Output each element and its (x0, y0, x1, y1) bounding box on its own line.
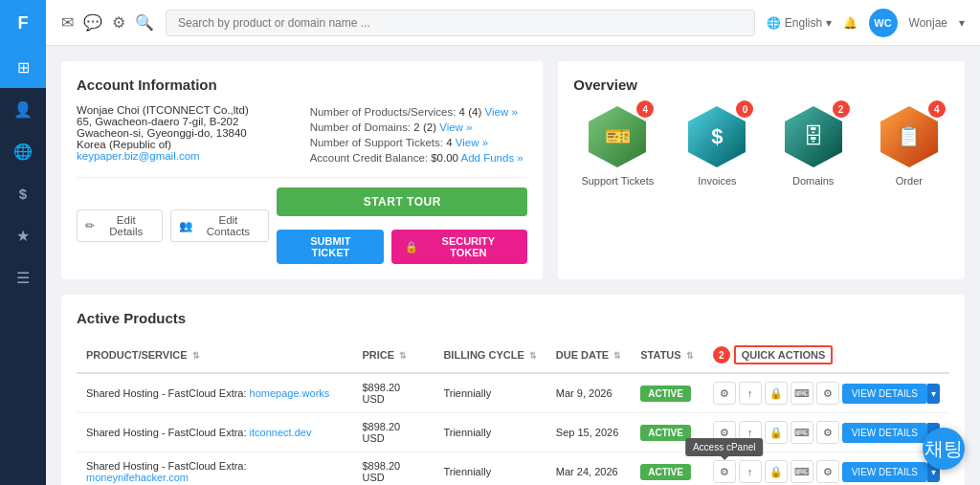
overview-item-support[interactable]: 🎫 4 Support Tickets (581, 104, 654, 187)
user-icon: 👤 (13, 100, 33, 119)
products-view-link[interactable]: View » (484, 106, 517, 118)
sidebar-item-user[interactable]: 👤 (0, 88, 46, 130)
account-email-link[interactable]: keypaper.biz@gmail.com (77, 150, 200, 162)
account-details: Number of Products/Services: 4 (4) View … (310, 104, 528, 165)
chat-icon[interactable]: 💬 (83, 13, 102, 32)
cpanel-btn-2[interactable]: ⚙ (713, 421, 736, 444)
account-info-title: Account Information (77, 77, 527, 93)
status-badge-3: ACTIVE (640, 464, 691, 480)
qa-cell-2: ⚙ ↑ 🔒 ⌨ ⚙ VIEW DETAILS ▾ (703, 413, 949, 452)
edit-details-button[interactable]: ✏ Edit Details (77, 209, 163, 242)
terminal-btn-1[interactable]: ⌨ (791, 382, 813, 405)
product-cell-1: Shared Hosting - FastCloud Extra: homepa… (77, 373, 352, 413)
user-chevron[interactable]: ▾ (959, 16, 965, 30)
more-btn-2[interactable]: ⚙ (816, 421, 839, 444)
overview-item-invoices[interactable]: $ 0 Invoices (684, 104, 749, 187)
cpanel-btn-1[interactable]: ⚙ (713, 382, 736, 405)
lock-btn-1[interactable]: 🔒 (765, 382, 788, 405)
edit-contacts-button[interactable]: 👥 Edit Contacts (170, 209, 270, 242)
view-details-wrapper-1: VIEW DETAILS ▾ (842, 384, 940, 404)
terminal-btn-2[interactable]: ⌨ (791, 421, 813, 444)
sort-status-icon[interactable]: ⇅ (686, 351, 694, 361)
domains-view-link[interactable]: View » (439, 121, 472, 133)
overview-panel: Overview 🎫 (558, 61, 965, 279)
pencil-icon: ✏ (85, 219, 95, 232)
upload-btn-1[interactable]: ↑ (739, 382, 762, 405)
sidebar-item-home[interactable]: ⊞ (0, 46, 46, 88)
terminal-btn-3[interactable]: ⌨ (791, 460, 813, 483)
tickets-view-link[interactable]: View » (456, 137, 488, 148)
billing-cell-1: Triennially (434, 373, 546, 413)
quick-actions-1: ⚙ ↑ 🔒 ⌨ ⚙ (713, 382, 839, 405)
topbar-right: 🌐 English ▾ 🔔 WC Wonjae ▾ (767, 9, 965, 37)
topbar: ✉ 💬 ⚙ 🔍 🌐 English ▾ 🔔 WC Wonjae ▾ (46, 0, 980, 46)
sidebar: F ⊞ 👤 🌐 $ ★ ☰ (0, 0, 46, 485)
edit-buttons: ✏ Edit Details 👥 Edit Contacts (77, 209, 269, 242)
settings-icon[interactable]: ⚙ (112, 13, 125, 32)
cpanel-btn-3[interactable]: ⚙ (713, 460, 736, 483)
shield-icon: 🔒 (405, 241, 418, 254)
search-input[interactable] (166, 10, 755, 36)
sort-billing-icon[interactable]: ⇅ (529, 351, 537, 361)
domains-label: Domains (792, 175, 834, 187)
duedate-cell-3: Mar 24, 2026 (546, 452, 631, 486)
view-details-wrapper-3: VIEW DETAILS ▾ (842, 462, 940, 482)
overview-item-domains[interactable]: 🗄 2 Domains (781, 104, 846, 187)
invoices-label: Invoices (698, 175, 736, 187)
price-cell-3: $898.20 USD (352, 452, 434, 486)
domains-icon-wrapper: 🗄 2 (781, 104, 846, 169)
status-badge-1: ACTIVE (640, 386, 691, 402)
add-funds-link[interactable]: Add Funds » (461, 152, 523, 164)
active-products-title: Active Products (77, 310, 949, 326)
sort-product-icon[interactable]: ⇅ (192, 351, 200, 361)
sidebar-item-dollar[interactable]: $ (0, 172, 46, 214)
chat-button-label: 채팅 (924, 436, 963, 462)
tickets-row: Number of Support Tickets: 4 View » (310, 135, 528, 150)
security-token-button[interactable]: 🔒 SECURITY TOKEN (391, 230, 527, 264)
avatar[interactable]: WC (869, 9, 898, 37)
qa-cell-3: ⚙ Access cPanel ↑ 🔒 ⌨ ⚙ VIEW DETAILS (703, 452, 949, 486)
home-icon: ⊞ (17, 58, 30, 77)
lock-btn-2[interactable]: 🔒 (765, 421, 788, 444)
language-selector[interactable]: 🌐 English ▾ (767, 16, 831, 30)
sort-duedate-icon[interactable]: ⇅ (613, 351, 621, 361)
domain-link-1[interactable]: homepage.works (250, 387, 330, 399)
col-duedate: DUE DATE ⇅ (546, 338, 631, 373)
start-tour-button[interactable]: START TOUR (277, 187, 527, 216)
notification-icon[interactable]: 🔔 (843, 16, 858, 30)
price-cell-1: $898.20 USD (352, 373, 434, 413)
qa-cell-1: ⚙ ↑ 🔒 ⌨ ⚙ VIEW DETAILS ▾ (703, 373, 949, 413)
qa-badge: 2 (713, 346, 730, 364)
username-label[interactable]: Wonjae (909, 16, 947, 30)
price-cell-2: $898.20 USD (352, 413, 434, 452)
col-status: STATUS ⇅ (631, 338, 702, 373)
sidebar-logo[interactable]: F (0, 0, 46, 46)
lock-btn-3[interactable]: 🔒 (765, 460, 788, 483)
view-details-btn-3[interactable]: VIEW DETAILS (842, 462, 927, 482)
sidebar-item-list[interactable]: ☰ (0, 256, 46, 298)
chat-button[interactable]: 채팅 (923, 428, 965, 470)
search-icon[interactable]: 🔍 (135, 13, 154, 32)
more-btn-1[interactable]: ⚙ (816, 382, 839, 405)
submit-ticket-button[interactable]: SUBMIT TICKET (277, 230, 384, 264)
star-icon: ★ (16, 227, 30, 245)
sidebar-item-star[interactable]: ★ (0, 214, 46, 256)
order-icon-wrapper: 📋 4 (877, 104, 942, 169)
status-cell-1: ACTIVE (631, 373, 702, 413)
domain-link-3[interactable]: moneynifehacker.com (86, 472, 189, 483)
table-header-row: PRODUCT/SERVICE ⇅ PRICE ⇅ BILLING CYCLE … (77, 338, 949, 373)
mail-icon[interactable]: ✉ (61, 13, 74, 32)
view-details-btn-1[interactable]: VIEW DETAILS (842, 384, 927, 404)
overview-item-order[interactable]: 📋 4 Order (877, 104, 942, 187)
sort-price-icon[interactable]: ⇅ (399, 351, 407, 361)
more-btn-3[interactable]: ⚙ (816, 460, 839, 483)
order-label: Order (896, 175, 923, 187)
sidebar-item-globe[interactable]: 🌐 (0, 130, 46, 172)
quick-actions-header: QUICK ACTIONS (734, 345, 834, 364)
invoices-icon-wrapper: $ 0 (684, 104, 749, 169)
upload-btn-2[interactable]: ↑ (739, 421, 762, 444)
upload-btn-3[interactable]: ↑ (739, 460, 762, 483)
view-details-btn-2[interactable]: VIEW DETAILS (842, 423, 927, 443)
view-details-arrow-1[interactable]: ▾ (927, 384, 940, 404)
domain-link-2[interactable]: itconnect.dev (250, 427, 312, 438)
